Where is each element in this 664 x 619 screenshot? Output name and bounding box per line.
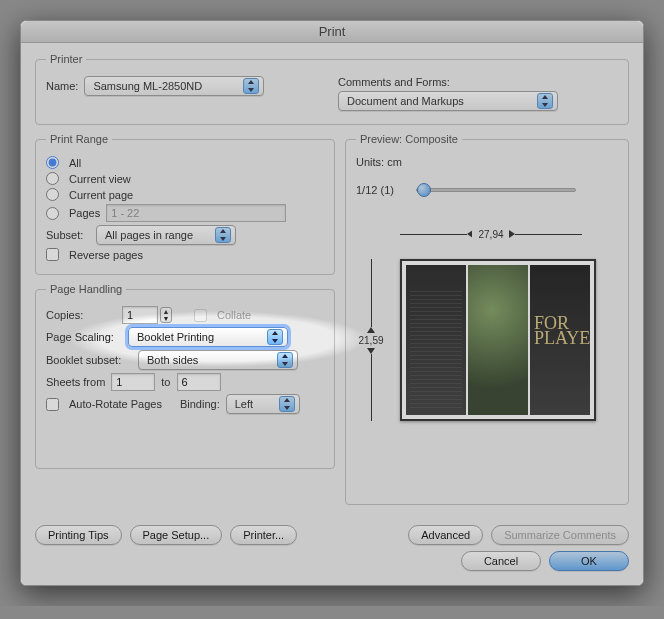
page-slider[interactable] — [416, 188, 576, 192]
binding-label: Binding: — [180, 398, 220, 410]
binding-select[interactable]: Left — [226, 394, 300, 414]
print-dialog-window: Print Printer Name: Samsung ML-2850ND Co… — [20, 20, 644, 586]
sheets-to-input[interactable] — [177, 373, 221, 391]
radio-all-label: All — [69, 157, 81, 169]
page-preview: 27,94 21,59 — [386, 245, 596, 435]
radio-current-page-label: Current page — [69, 189, 133, 201]
subset-value: All pages in range — [105, 229, 193, 241]
booklet-subset-label: Booklet subset: — [46, 354, 132, 366]
radio-current-view[interactable] — [46, 172, 59, 185]
printer-name-label: Name: — [46, 80, 78, 92]
updown-icon — [243, 78, 259, 94]
reverse-checkbox[interactable] — [46, 248, 59, 261]
booklet-subset-value: Both sides — [147, 354, 198, 366]
copies-stepper[interactable]: ▲▼ — [160, 307, 172, 323]
comments-label: Comments and Forms: — [338, 76, 450, 88]
radio-pages[interactable] — [46, 207, 59, 220]
ok-button[interactable]: OK — [549, 551, 629, 571]
comments-select[interactable]: Document and Markups — [338, 91, 558, 111]
page-indicator: 1/12 (1) — [356, 184, 410, 196]
printer-legend: Printer — [46, 53, 86, 65]
height-value: 21,59 — [358, 333, 383, 348]
radio-all[interactable] — [46, 156, 59, 169]
button-row-2: Cancel OK — [35, 551, 629, 571]
pages-input[interactable] — [106, 204, 286, 222]
updown-icon — [537, 93, 553, 109]
copies-input[interactable] — [122, 306, 158, 324]
slider-thumb[interactable] — [417, 183, 431, 197]
booklet-subset-select[interactable]: Both sides — [138, 350, 298, 370]
subset-label: Subset: — [46, 229, 90, 241]
button-row-1: Printing Tips Page Setup... Printer... A… — [35, 525, 629, 545]
updown-icon — [277, 352, 293, 368]
height-dimension: 21,59 — [358, 259, 384, 421]
thumb-panel-3 — [530, 265, 590, 415]
thumb-panel-2 — [468, 265, 528, 415]
print-range-group: Print Range All Current view Current pag… — [35, 133, 335, 275]
page-setup-button[interactable]: Page Setup... — [130, 525, 223, 545]
radio-current-view-label: Current view — [69, 173, 131, 185]
collate-checkbox — [194, 309, 207, 322]
updown-icon — [215, 227, 231, 243]
copies-label: Copies: — [46, 309, 116, 321]
page-handling-legend: Page Handling — [46, 283, 126, 295]
radio-current-page[interactable] — [46, 188, 59, 201]
thumb-panel-1 — [406, 265, 466, 415]
scaling-label: Page Scaling: — [46, 331, 122, 343]
width-value: 27,94 — [472, 229, 509, 240]
comments-value: Document and Markups — [347, 95, 464, 107]
updown-icon — [267, 329, 283, 345]
scaling-value: Booklet Printing — [137, 331, 214, 343]
preview-units: Units: cm — [356, 156, 402, 168]
cancel-button[interactable]: Cancel — [461, 551, 541, 571]
updown-icon — [279, 396, 295, 412]
sheets-from-label: Sheets from — [46, 376, 105, 388]
page-handling-group: Page Handling Copies: ▲▼ Collate Page Sc… — [35, 283, 335, 469]
page-thumbnail — [400, 259, 596, 421]
auto-rotate-label: Auto-Rotate Pages — [69, 398, 162, 410]
printing-tips-button[interactable]: Printing Tips — [35, 525, 122, 545]
printer-name-value: Samsung ML-2850ND — [93, 80, 202, 92]
preview-legend: Preview: Composite — [356, 133, 462, 145]
radio-pages-label: Pages — [69, 207, 100, 219]
chevron-up-icon: ▲ — [161, 308, 171, 315]
reverse-label: Reverse pages — [69, 249, 143, 261]
collate-label: Collate — [217, 309, 251, 321]
printer-name-select[interactable]: Samsung ML-2850ND — [84, 76, 264, 96]
summarize-comments-button: Summarize Comments — [491, 525, 629, 545]
width-dimension: 27,94 — [400, 227, 582, 241]
binding-value: Left — [235, 398, 253, 410]
preview-group: Preview: Composite Units: cm 1/12 (1) 27… — [345, 133, 629, 505]
chevron-down-icon: ▼ — [161, 315, 171, 322]
auto-rotate-checkbox[interactable] — [46, 398, 59, 411]
window-title: Print — [21, 21, 643, 43]
page-scaling-select[interactable]: Booklet Printing — [128, 327, 288, 347]
printer-group: Printer Name: Samsung ML-2850ND Comments… — [35, 53, 629, 125]
print-range-legend: Print Range — [46, 133, 112, 145]
printer-button[interactable]: Printer... — [230, 525, 297, 545]
advanced-button[interactable]: Advanced — [408, 525, 483, 545]
sheets-from-input[interactable] — [111, 373, 155, 391]
subset-select[interactable]: All pages in range — [96, 225, 236, 245]
sheets-to-label: to — [161, 376, 170, 388]
